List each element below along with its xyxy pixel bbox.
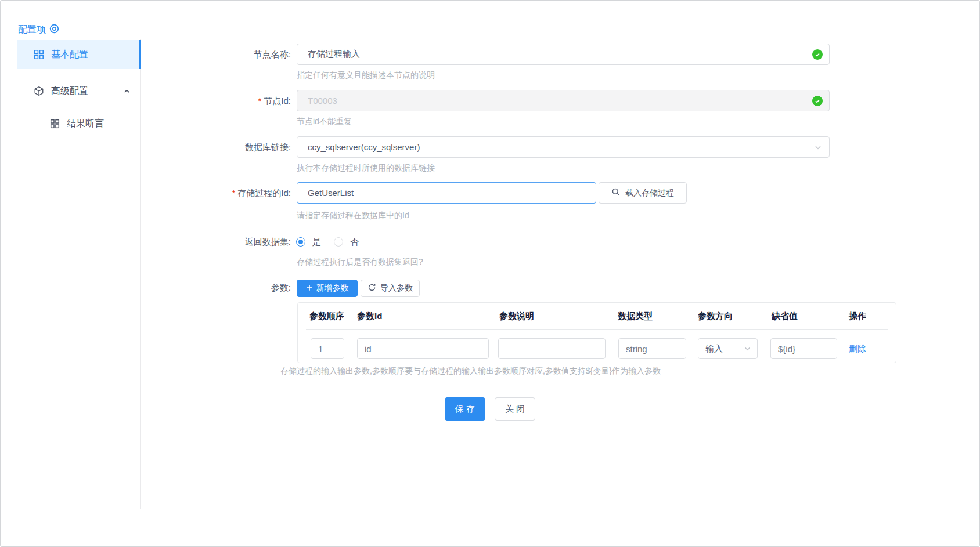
load-procedure-button[interactable]: 载入存储过程: [599, 182, 687, 204]
add-param-label: 新增参数: [316, 283, 349, 294]
config-panel: 配置项 基本配置 高级配置 结果断言 节点名称: 指定任何有意义且能描述本节点的…: [0, 0, 980, 547]
sidebar-item-label: 结果断言: [67, 118, 104, 130]
node-id-label: *节点Id:: [1, 95, 291, 107]
db-link-value: ccy_sqlserver(ccy_sqlserver): [308, 142, 420, 152]
radio-no[interactable]: [334, 237, 343, 247]
params-table: 参数顺序 参数Id 参数说明 数据类型 参数方向 缺省值 操作 输入 删除: [297, 302, 896, 363]
db-link-label: 数据库链接:: [1, 142, 291, 153]
col-header-desc: 参数说明: [499, 311, 534, 322]
load-procedure-label: 载入存储过程: [625, 188, 674, 198]
node-name-input[interactable]: [297, 44, 830, 65]
required-mark: *: [232, 188, 235, 198]
sidebar-divider: [140, 39, 141, 509]
return-dataset-help: 存储过程执行后是否有数据集返回?: [297, 256, 423, 267]
sidebar-title: 配置项: [18, 24, 59, 36]
check-circle-icon: [812, 49, 823, 60]
save-button[interactable]: 保存: [445, 397, 485, 421]
target-icon: [49, 24, 59, 36]
grid-icon: [50, 119, 60, 129]
node-id-input: [297, 90, 830, 111]
params-table-help: 存储过程的输入输出参数,参数顺序要与存储过程的输入输出参数顺序对应,参数值支持$…: [280, 365, 661, 376]
param-id-input[interactable]: [357, 338, 489, 359]
radio-no-label[interactable]: 否: [350, 236, 359, 248]
param-direction-value: 输入: [705, 343, 723, 354]
search-icon: [611, 187, 621, 198]
reload-icon: [368, 283, 376, 294]
col-header-order: 参数顺序: [309, 311, 344, 322]
param-direction-select[interactable]: 输入: [698, 338, 758, 359]
import-params-button[interactable]: 导入参数: [361, 280, 420, 297]
chevron-down-icon: [814, 143, 822, 151]
col-header-action: 操作: [849, 311, 866, 322]
import-params-label: 导入参数: [380, 283, 413, 294]
db-link-help: 执行本存储过程时所使用的数据库链接: [297, 162, 435, 173]
col-header-type: 数据类型: [618, 311, 653, 322]
param-desc-input[interactable]: [498, 338, 606, 359]
check-circle-icon: [812, 96, 823, 106]
required-mark: *: [258, 96, 261, 106]
table-header-divider: [306, 329, 888, 330]
sidebar-item-result-assert[interactable]: 结果断言: [17, 109, 139, 138]
param-order-input[interactable]: [311, 338, 344, 359]
close-button[interactable]: 关闭: [495, 397, 535, 421]
plus-icon: [306, 284, 313, 293]
db-link-select[interactable]: ccy_sqlserver(ccy_sqlserver): [297, 136, 830, 158]
col-header-id: 参数Id: [357, 311, 382, 322]
node-id-help: 节点id不能重复: [297, 116, 352, 126]
proc-id-help: 请指定存储过程在数据库中的Id: [297, 210, 409, 220]
proc-id-label: *存储过程的Id:: [1, 187, 291, 199]
param-type-input[interactable]: [618, 338, 686, 359]
chevron-down-icon: [744, 345, 751, 353]
params-label: 参数:: [1, 282, 291, 294]
delete-param-link[interactable]: 删除: [849, 343, 866, 354]
sidebar-title-label: 配置项: [18, 24, 46, 36]
col-header-direction: 参数方向: [698, 311, 733, 322]
add-param-button[interactable]: 新增参数: [297, 280, 358, 297]
param-default-input[interactable]: [770, 338, 837, 359]
proc-id-input[interactable]: [297, 182, 596, 204]
node-name-help: 指定任何有意义且能描述本节点的说明: [297, 70, 435, 80]
col-header-default: 缺省值: [772, 311, 798, 322]
radio-yes-label[interactable]: 是: [312, 236, 321, 248]
node-name-label: 节点名称:: [1, 49, 291, 60]
return-dataset-label: 返回数据集:: [1, 236, 291, 248]
chevron-up-icon: [123, 88, 131, 95]
radio-yes[interactable]: [296, 237, 305, 247]
